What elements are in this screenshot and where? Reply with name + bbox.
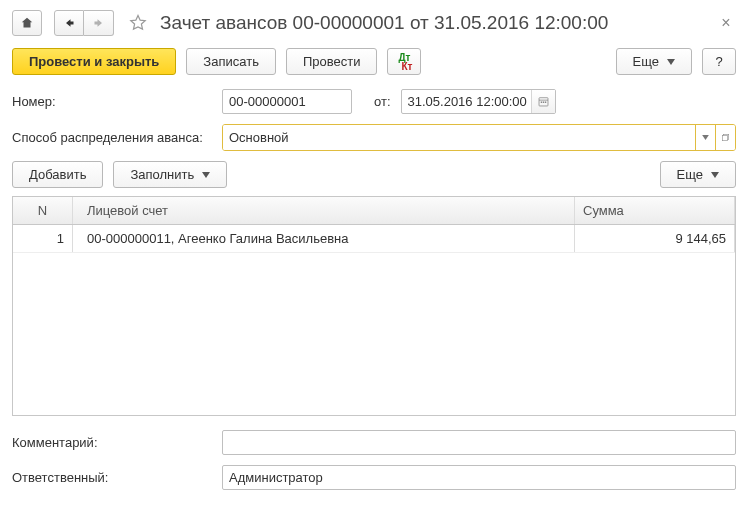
open-icon	[722, 132, 729, 143]
add-button[interactable]: Добавить	[12, 161, 103, 188]
home-icon	[20, 16, 34, 30]
cell-acc: 00-000000011, Агеенко Галина Васильевна	[73, 225, 575, 252]
close-button[interactable]: ×	[716, 13, 736, 33]
method-dropdown-button[interactable]	[695, 125, 715, 150]
star-icon	[128, 13, 148, 33]
table-row[interactable]: 1 00-000000011, Агеенко Галина Васильевн…	[13, 225, 735, 253]
comment-label: Комментарий:	[12, 435, 222, 450]
help-button[interactable]: ?	[702, 48, 736, 75]
svg-rect-4	[544, 102, 545, 103]
save-button[interactable]: Записать	[186, 48, 276, 75]
home-button[interactable]	[12, 10, 42, 36]
more-button-label: Еще	[633, 54, 659, 69]
arrow-left-icon	[62, 17, 76, 29]
method-open-button[interactable]	[715, 125, 735, 150]
accounts-table: N Лицевой счет Сумма 1 00-000000011, Аге…	[12, 196, 736, 416]
number-input[interactable]	[222, 89, 352, 114]
caret-down-icon	[711, 172, 719, 178]
calendar-icon	[538, 95, 549, 108]
col-header-acc[interactable]: Лицевой счет	[73, 197, 575, 224]
method-select[interactable]	[222, 124, 736, 151]
col-header-n[interactable]: N	[13, 197, 73, 224]
document-title: Зачет авансов 00-00000001 от 31.05.2016 …	[160, 12, 710, 34]
date-picker-button[interactable]	[531, 90, 555, 113]
back-button[interactable]	[54, 10, 84, 36]
fill-button-label: Заполнить	[130, 167, 194, 182]
svg-rect-3	[542, 102, 543, 103]
table-more-button[interactable]: Еще	[660, 161, 736, 188]
responsible-input[interactable]	[222, 465, 736, 490]
caret-down-icon	[667, 59, 675, 65]
post-button[interactable]: Провести	[286, 48, 378, 75]
method-input[interactable]	[223, 125, 695, 150]
responsible-label: Ответственный:	[12, 470, 222, 485]
post-and-close-button[interactable]: Провести и закрыть	[12, 48, 176, 75]
from-label: от:	[374, 94, 391, 109]
dtkt-icon: ДтКт	[396, 53, 412, 71]
svg-rect-2	[540, 102, 541, 103]
caret-down-icon	[702, 135, 709, 140]
cell-sum: 9 144,65	[575, 225, 735, 252]
col-header-sum[interactable]: Сумма	[575, 197, 735, 224]
comment-input[interactable]	[222, 430, 736, 455]
caret-down-icon	[202, 172, 210, 178]
favorite-button[interactable]	[124, 10, 152, 36]
dtkt-button[interactable]: ДтКт	[387, 48, 421, 75]
table-more-button-label: Еще	[677, 167, 703, 182]
arrow-right-icon	[92, 17, 106, 29]
method-label: Способ распределения аванса:	[12, 130, 222, 145]
forward-button[interactable]	[84, 10, 114, 36]
fill-button[interactable]: Заполнить	[113, 161, 227, 188]
table-header: N Лицевой счет Сумма	[13, 197, 735, 225]
cell-n: 1	[13, 225, 73, 252]
svg-rect-6	[722, 135, 727, 140]
number-label: Номер:	[12, 94, 222, 109]
more-button[interactable]: Еще	[616, 48, 692, 75]
close-icon: ×	[721, 14, 730, 31]
